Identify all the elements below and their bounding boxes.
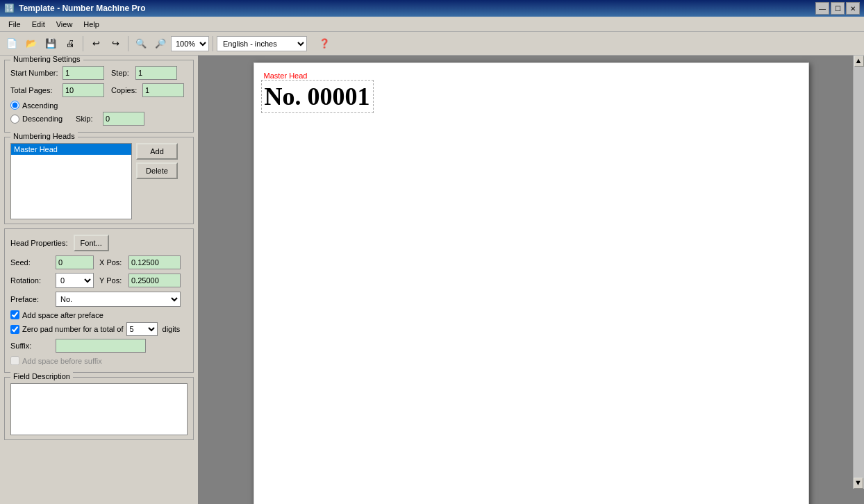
heads-row: Master Head Add Delete — [10, 143, 188, 219]
main-layout: Numbering Settings Start Number: Step: T… — [0, 56, 864, 504]
canvas-area[interactable]: Master Head No. 00001 ▲ ▼ — [198, 56, 864, 504]
rotation-ypos-row: Rotation: 0 90 180 270 Y Pos: — [10, 273, 188, 288]
minimize-button[interactable]: — — [815, 2, 829, 15]
titlebar: 🔢 Template - Number Machine Pro — ☐ ✕ — [0, 0, 864, 17]
numbering-heads-label: Numbering Heads — [10, 132, 78, 140]
seed-xpos-row: Seed: X Pos: — [10, 255, 188, 269]
ascending-radio[interactable] — [10, 101, 19, 110]
xpos-label: X Pos: — [99, 258, 128, 267]
zoom-out-button[interactable]: 🔍 — [132, 35, 150, 53]
menu-edit[interactable]: Edit — [26, 19, 51, 30]
total-pages-row: Total Pages: Copies: — [10, 83, 188, 97]
scroll-up-arrow[interactable]: ▲ — [854, 56, 864, 67]
skip-label: Skip: — [76, 115, 100, 123]
help-button[interactable]: ❓ — [315, 35, 333, 53]
suffix-row: Suffix: — [10, 339, 188, 353]
font-button[interactable]: Font... — [74, 235, 109, 251]
new-button[interactable]: 📄 — [3, 35, 21, 53]
toolbar-separator-2 — [128, 36, 128, 51]
left-panel: Numbering Settings Start Number: Step: T… — [0, 56, 198, 504]
add-space-suffix-row: Add space before suffix — [10, 356, 188, 365]
zero-pad-row: Zero pad number for a total of 3 4 5 6 7… — [10, 322, 188, 336]
field-description-label: Field Description — [10, 372, 73, 380]
vertical-scrollbar[interactable]: ▲ ▼ — [853, 56, 864, 489]
start-number-input[interactable] — [63, 66, 104, 80]
add-space-suffix-label: Add space before suffix — [22, 357, 102, 365]
step-input[interactable] — [135, 66, 177, 80]
copies-label: Copies: — [111, 86, 142, 94]
open-button[interactable]: 📂 — [22, 35, 40, 53]
ascending-row: Ascending — [10, 101, 188, 110]
add-head-button[interactable]: Add — [136, 143, 178, 160]
numbering-settings-label: Numbering Settings — [10, 56, 83, 63]
maximize-button[interactable]: ☐ — [831, 2, 845, 15]
add-space-preface-checkbox[interactable] — [10, 310, 19, 319]
zero-pad-checkbox[interactable] — [10, 325, 19, 334]
field-description-box — [10, 383, 188, 435]
toolbar-separator-1 — [83, 36, 83, 51]
descending-row: Descending Skip: — [10, 112, 188, 126]
heads-list-item[interactable]: Master Head — [11, 144, 131, 155]
close-button[interactable]: ✕ — [846, 2, 860, 15]
preface-row: Preface: No. None # — [10, 292, 188, 307]
xpos-input[interactable] — [128, 255, 181, 269]
start-number-row: Start Number: Step: — [10, 66, 188, 80]
number-display: No. 00001 — [261, 80, 374, 113]
head-properties-group: Head Properties: Font... Seed: X Pos: Ro… — [4, 228, 194, 373]
numbering-heads-group: Numbering Heads Master Head Add Delete — [4, 137, 194, 224]
total-pages-input[interactable] — [63, 83, 104, 97]
menu-view[interactable]: View — [51, 19, 78, 30]
total-pages-label: Total Pages: — [10, 86, 63, 94]
print-icon: 🖨 — [66, 38, 75, 49]
delete-head-button[interactable]: Delete — [136, 162, 178, 179]
ascending-label: Ascending — [22, 101, 58, 110]
copies-input[interactable] — [142, 83, 184, 97]
save-button[interactable]: 💾 — [42, 35, 60, 53]
ypos-input[interactable] — [128, 274, 181, 287]
digits-select[interactable]: 3 4 5 6 7 8 — [126, 322, 158, 336]
seed-input[interactable] — [56, 255, 94, 269]
preface-select[interactable]: No. None # — [56, 292, 181, 307]
menubar: File Edit View Help — [0, 17, 864, 32]
ypos-label: Y Pos: — [99, 276, 128, 285]
undo-icon: ↩ — [92, 38, 100, 49]
open-icon: 📂 — [26, 38, 37, 49]
new-icon: 📄 — [6, 38, 17, 49]
menu-file[interactable]: File — [3, 19, 26, 30]
rotation-select[interactable]: 0 90 180 270 — [56, 273, 94, 288]
print-button[interactable]: 🖨 — [61, 35, 79, 53]
titlebar-controls[interactable]: — ☐ ✕ — [815, 2, 860, 15]
preface-label: Preface: — [10, 295, 56, 303]
head-properties-label: Head Properties: — [10, 239, 68, 247]
units-select[interactable]: English - inches Metric - mm Metric - cm — [217, 36, 307, 51]
toolbar: 📄 📂 💾 🖨 ↩ ↪ 🔍 🔎 50% 75% 100% 125% 150% 2… — [0, 32, 864, 56]
redo-icon: ↪ — [112, 38, 119, 49]
add-space-preface-label: Add space after preface — [22, 311, 103, 319]
add-space-preface-row: Add space after preface — [10, 310, 188, 319]
master-head-label: Master Head — [264, 72, 308, 80]
heads-list[interactable]: Master Head — [10, 143, 132, 219]
suffix-input[interactable] — [56, 339, 146, 353]
seed-label: Seed: — [10, 258, 56, 267]
zoom-in-button[interactable]: 🔎 — [151, 35, 169, 53]
add-space-suffix-checkbox[interactable] — [10, 356, 19, 365]
zero-pad-label: Zero pad number for a total of — [22, 325, 124, 333]
descending-radio[interactable] — [10, 115, 19, 124]
zoom-select[interactable]: 50% 75% 100% 125% 150% 200% — [171, 36, 209, 51]
skip-input[interactable] — [103, 112, 144, 126]
undo-button[interactable]: ↩ — [87, 35, 105, 53]
heads-buttons: Add Delete — [136, 143, 178, 179]
toolbar-separator-3 — [213, 36, 213, 51]
save-icon: 💾 — [45, 38, 56, 49]
scroll-down-arrow[interactable]: ▼ — [854, 478, 863, 489]
titlebar-left: 🔢 Template - Number Machine Pro — [4, 3, 145, 13]
app-icon: 🔢 — [4, 3, 15, 13]
numbering-settings-group: Numbering Settings Start Number: Step: T… — [4, 60, 194, 133]
suffix-label: Suffix: — [10, 342, 56, 350]
page-preview: Master Head No. 00001 — [254, 62, 809, 504]
menu-help[interactable]: Help — [78, 19, 105, 30]
digits-label: digits — [163, 325, 181, 333]
rotation-label: Rotation: — [10, 276, 56, 285]
zoom-in-icon: 🔎 — [155, 38, 166, 49]
redo-button[interactable]: ↪ — [106, 35, 124, 53]
